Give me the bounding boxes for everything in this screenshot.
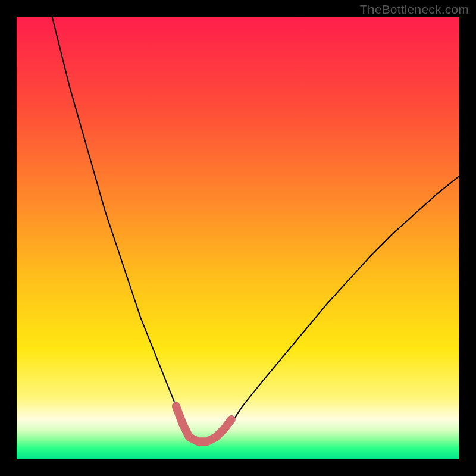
bottleneck-curve [52, 17, 459, 441]
chart-frame: TheBottleneck.com [0, 0, 476, 476]
curve-layer [17, 17, 459, 459]
highlight-segment [176, 406, 231, 442]
plot-area [17, 17, 459, 459]
watermark-text: TheBottleneck.com [360, 2, 469, 17]
